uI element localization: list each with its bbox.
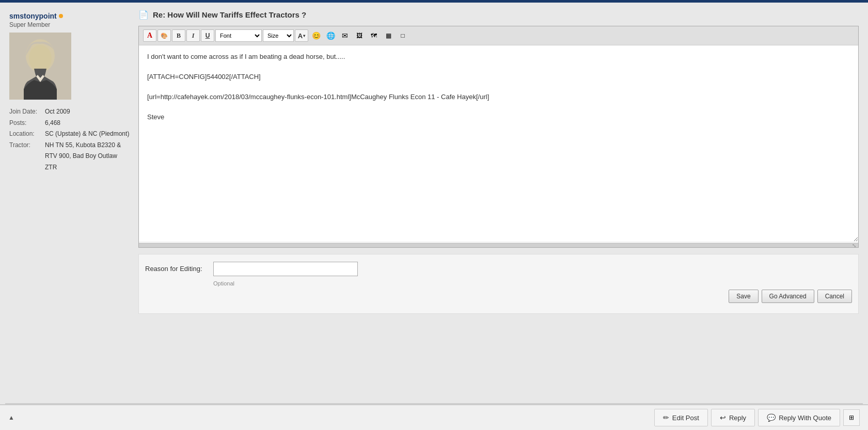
username-link[interactable]: smstonypoint [9,12,57,20]
reason-optional: Optional [213,280,852,286]
username-row: smstonypoint [9,12,130,20]
edit-post-label: Edit Post [672,414,699,422]
bottom-bar: ▲ ✏ Edit Post ↩ Reply 💬 Reply With Quote… [0,404,868,430]
editor-wrapper: A 🎨 B I U [138,26,859,248]
font-select[interactable]: Font [215,29,262,42]
link-button[interactable]: 🌐 [324,29,337,42]
triangle-icon: ▲ [8,414,14,421]
more-icon: ⊞ [849,414,854,421]
map-button[interactable]: 🗺 [367,29,381,42]
cancel-button[interactable]: Cancel [817,290,852,303]
reply-with-quote-label: Reply With Quote [779,414,831,422]
pencil-icon: ✏ [663,413,669,422]
reply-label: Reply [729,414,746,422]
user-role: Super Member [9,21,130,28]
main-content: smstonypoint Super Member [0,3,868,388]
location-value: SC (Upstate) & NC (Piedmont) [45,129,129,140]
reply-icon: ↩ [720,413,726,422]
underline-button[interactable]: U [201,29,214,42]
code-button[interactable]: □ [396,29,409,42]
action-buttons: Save Go Advanced Cancel [145,286,852,306]
reason-input[interactable] [213,262,358,276]
posts-value: 6,468 [45,118,60,129]
palette-button[interactable]: 🎨 [157,29,171,42]
bottom-left: ▲ [8,414,14,421]
image-button[interactable]: 🖼 [353,29,366,42]
reason-label: Reason for Editing: [145,262,207,273]
bold-button[interactable]: B [172,29,185,42]
email-button[interactable]: ✉ [338,29,352,42]
table-button[interactable]: ▦ [382,29,395,42]
reply-quote-icon: 💬 [767,413,776,422]
join-date-label: Join Date: [9,106,43,118]
italic-button[interactable]: I [186,29,200,42]
document-icon: 📄 [138,10,149,20]
user-meta: Join Date: Oct 2009 Posts: 6,468 Locatio… [9,106,130,173]
reason-section: Reason for Editing: Optional Save Go Adv… [138,254,859,314]
tractor-row: Tractor: NH TN 55, Kubota B2320 & RTV 90… [9,140,130,173]
avatar [9,33,71,100]
size-select[interactable]: Size [263,29,294,42]
posts-row: Posts: 6,468 [9,118,130,129]
page-wrapper: smstonypoint Super Member [0,0,868,430]
reply-with-quote-button[interactable]: 💬 Reply With Quote [758,409,840,426]
svg-point-2 [29,45,52,72]
save-button[interactable]: Save [729,290,758,303]
more-options-button[interactable]: ⊞ [843,409,860,426]
location-row: Location: SC (Upstate) & NC (Piedmont) [9,129,130,140]
join-date-row: Join Date: Oct 2009 [9,106,130,118]
smiley-button[interactable]: 😊 [309,29,323,42]
post-title: Re: How Will New Tariffs Effect Tractors… [153,10,306,19]
bottom-right: ✏ Edit Post ↩ Reply 💬 Reply With Quote ⊞ [654,409,860,426]
user-sidebar: smstonypoint Super Member [5,8,134,383]
tractor-label: Tractor: [9,140,43,173]
join-date-value: Oct 2009 [45,106,70,118]
content-area: 📄 Re: How Will New Tariffs Effect Tracto… [134,8,863,383]
text-color-button[interactable]: A ▾ [295,29,308,42]
online-indicator [59,14,63,18]
editor-toolbar: A 🎨 B I U [139,26,858,45]
edit-post-button[interactable]: ✏ Edit Post [654,409,708,426]
font-color-button[interactable]: A [143,29,156,42]
resize-icon: ⤡ [852,243,856,248]
editor-textarea[interactable]: I don't want to come across as if I am b… [139,45,858,242]
tractor-value: NH TN 55, Kubota B2320 & RTV 900, Bad Bo… [45,140,130,173]
editor-resize-bar: ⤡ [139,243,858,247]
post-title-bar: 📄 Re: How Will New Tariffs Effect Tracto… [138,8,859,22]
spacer-row [0,388,868,403]
location-label: Location: [9,129,43,140]
reason-row: Reason for Editing: [145,262,852,276]
go-advanced-button[interactable]: Go Advanced [762,290,814,303]
avatar-container [9,33,130,101]
reply-button[interactable]: ↩ Reply [711,409,755,426]
posts-label: Posts: [9,118,43,129]
